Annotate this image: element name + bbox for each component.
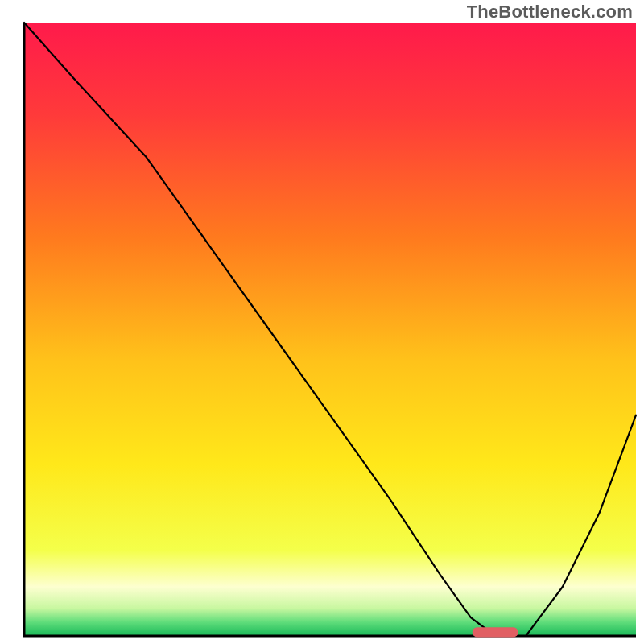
chart-container: TheBottleneck.com [0,0,644,644]
bottleneck-chart [0,0,644,644]
chart-background [24,23,636,636]
watermark-label: TheBottleneck.com [467,2,633,23]
optimal-range-marker [473,627,518,637]
